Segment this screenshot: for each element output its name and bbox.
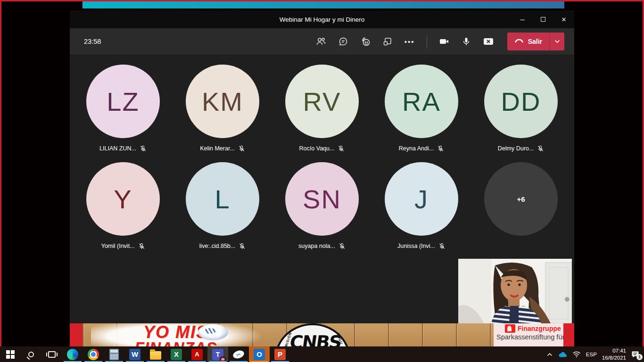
self-video-illustration bbox=[458, 259, 572, 323]
task-view-button[interactable] bbox=[41, 346, 62, 362]
microphone-icon bbox=[461, 36, 472, 47]
more-options-button[interactable]: ••• bbox=[401, 33, 419, 49]
taskbar-word[interactable]: W bbox=[124, 346, 145, 362]
taskbar-chrome[interactable] bbox=[83, 346, 104, 362]
desktop: Webinar Mi Hogar y mi Dinero ─ ✕ 23:58 bbox=[0, 0, 644, 362]
taskbar-calculator[interactable] bbox=[104, 346, 124, 362]
background-window-strip[interactable]: YO MIS FINANZAS MISIÓN CNBS SEGU Finanzg… bbox=[70, 323, 574, 346]
word-icon: W bbox=[129, 349, 140, 360]
reactions-button[interactable] bbox=[356, 33, 374, 49]
close-button[interactable]: ✕ bbox=[553, 10, 574, 28]
participant-name: Junissa (Invi... bbox=[397, 243, 435, 249]
participant-name: Rocío Vaqu... bbox=[299, 145, 335, 152]
maximize-button[interactable] bbox=[533, 10, 553, 28]
participant-tile[interactable]: DD Delmy Duro... bbox=[484, 65, 558, 152]
tray-expand-button[interactable] bbox=[547, 353, 553, 356]
call-toolbar: 23:58 bbox=[70, 28, 574, 55]
taskbar-file-explorer[interactable] bbox=[145, 346, 166, 362]
avatar: L bbox=[186, 162, 259, 236]
leave-call-label: Salir bbox=[528, 38, 542, 45]
taskbar-acrobat[interactable]: A bbox=[187, 346, 207, 362]
avatar: J bbox=[385, 162, 458, 236]
strip-red-right bbox=[563, 323, 574, 346]
avatar: LZ bbox=[86, 65, 160, 138]
notification-count-badge: 1 bbox=[636, 354, 643, 360]
chat-button[interactable] bbox=[334, 33, 352, 49]
tray-time: 07:41 bbox=[602, 347, 626, 354]
participant-tile[interactable]: LZ LILIAN ZUN... bbox=[86, 65, 160, 152]
action-center-button[interactable]: 1 bbox=[631, 351, 639, 358]
hang-up-icon bbox=[514, 38, 524, 45]
chevron-up-icon bbox=[547, 353, 553, 356]
stop-sharing-icon bbox=[482, 35, 495, 48]
mic-muted-icon bbox=[437, 145, 444, 152]
participants-button[interactable] bbox=[312, 33, 330, 49]
clock-button[interactable]: 07:41 16/8/2021 bbox=[602, 347, 626, 361]
minimize-button[interactable]: ─ bbox=[512, 10, 533, 28]
keyboard-language-button[interactable]: ESP bbox=[586, 352, 597, 357]
participant-tile[interactable]: RA Reyna Andi... bbox=[385, 65, 458, 152]
mic-muted-icon bbox=[338, 145, 345, 152]
sparkasse-logo-icon bbox=[505, 324, 515, 333]
call-timer: 23:58 bbox=[84, 38, 101, 45]
avatar: Y bbox=[86, 162, 160, 236]
mic-muted-icon bbox=[339, 243, 346, 250]
taskbar-excel[interactable]: X bbox=[166, 346, 187, 362]
taskbar-teams[interactable]: T bbox=[207, 346, 228, 362]
file-explorer-icon bbox=[150, 351, 161, 360]
camera-toggle-button[interactable] bbox=[435, 33, 453, 49]
minimize-icon: ─ bbox=[520, 16, 524, 23]
excel-icon: X bbox=[171, 349, 182, 360]
breakout-rooms-button[interactable] bbox=[379, 33, 396, 49]
sparkasse-brand-panel: Finanzgruppe Sparkassenstiftung für bbox=[494, 323, 563, 346]
self-video-preview[interactable] bbox=[458, 259, 572, 323]
participant-name: LILIAN ZUN... bbox=[99, 145, 136, 152]
participant-tile[interactable]: L live:.cid.85b... bbox=[186, 162, 259, 250]
taskbar-powerpoint[interactable]: P bbox=[270, 346, 290, 362]
mic-muted-icon bbox=[138, 243, 145, 250]
taskbar-outlook[interactable]: O bbox=[249, 346, 270, 362]
windows-taskbar: W X A T ✂ O P bbox=[0, 346, 644, 362]
system-tray: ESP 07:41 16/8/2021 1 bbox=[547, 346, 644, 362]
slide-red-edge-left bbox=[0, 0, 1, 346]
taskbar-snipping-tool[interactable]: ✂ bbox=[228, 346, 249, 362]
maximize-icon bbox=[541, 17, 545, 22]
start-button[interactable] bbox=[0, 346, 21, 362]
more-options-icon: ••• bbox=[405, 38, 415, 46]
mic-muted-icon bbox=[537, 145, 544, 152]
participant-tile[interactable]: J Junissa (Invi... bbox=[385, 162, 458, 250]
onedrive-tray-button[interactable] bbox=[558, 351, 567, 357]
stop-sharing-button[interactable] bbox=[479, 33, 497, 49]
search-button[interactable] bbox=[21, 346, 41, 362]
participant-name: Reyna Andi... bbox=[399, 145, 434, 152]
mic-muted-icon bbox=[239, 243, 246, 250]
window-controls: ─ ✕ bbox=[512, 10, 574, 28]
participant-tile[interactable]: KM Kelin Merar... bbox=[186, 65, 259, 152]
participant-tile[interactable]: Y Yomil (Invit... bbox=[86, 162, 160, 250]
outlook-icon: O bbox=[254, 349, 265, 360]
edge-icon bbox=[67, 349, 78, 360]
overflow-participants-tile[interactable]: +6 bbox=[484, 162, 558, 250]
search-icon bbox=[28, 352, 34, 357]
poster-line2: FINANZAS bbox=[83, 340, 275, 346]
chevron-down-icon bbox=[554, 40, 560, 43]
overflow-count: +6 bbox=[484, 162, 558, 236]
window-title: Webinar Mi Hogar y mi Dinero bbox=[70, 16, 574, 23]
avatar: KM bbox=[186, 65, 259, 138]
tray-date: 16/8/2021 bbox=[602, 354, 626, 361]
wifi-tray-button[interactable] bbox=[572, 351, 581, 358]
poster-text: YO MIS FINANZAS bbox=[83, 324, 275, 346]
leave-call-button[interactable]: Salir bbox=[507, 33, 549, 50]
participant-tile[interactable]: SN suyapa nola... bbox=[285, 162, 359, 250]
camera-icon bbox=[438, 35, 450, 48]
strip-wood-scene: YO MIS FINANZAS MISIÓN CNBS SEGU Finanzg… bbox=[83, 323, 563, 346]
microphone-toggle-button[interactable] bbox=[457, 33, 475, 49]
participant-name: suyapa nola... bbox=[298, 243, 335, 249]
avatar: RV bbox=[285, 65, 359, 138]
poster-line1: YO MIS bbox=[83, 324, 275, 340]
meeting-stage: LZ LILIAN ZUN... KM Kelin Merar... bbox=[70, 55, 574, 323]
participant-tile[interactable]: RV Rocío Vaqu... bbox=[285, 65, 359, 152]
leave-options-dropdown[interactable] bbox=[550, 33, 564, 50]
taskbar-edge[interactable] bbox=[62, 346, 83, 362]
raise-hand-reaction-icon bbox=[359, 35, 372, 48]
